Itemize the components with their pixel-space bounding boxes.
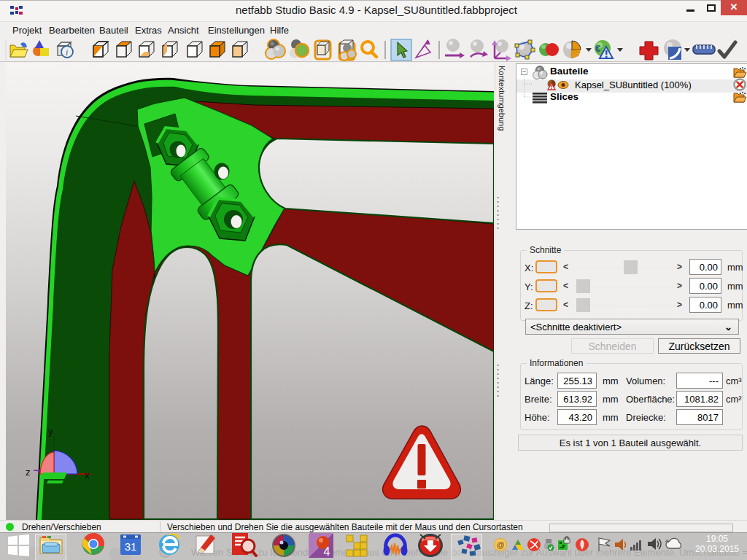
- svg-text:z: z: [26, 467, 31, 478]
- svg-text:i: i: [66, 47, 68, 58]
- svg-text:y: y: [48, 426, 53, 437]
- svg-text:31: 31: [125, 540, 137, 553]
- svg-text:x: x: [85, 470, 90, 481]
- svg-text:4: 4: [324, 545, 330, 558]
- svg-text:@: @: [496, 540, 504, 549]
- svg-text:€: €: [595, 43, 600, 54]
